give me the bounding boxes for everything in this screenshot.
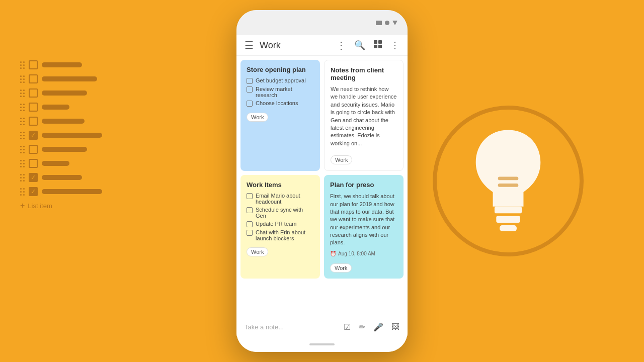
checkbox-icon (247, 101, 253, 107)
svg-rect-5 (374, 40, 377, 44)
drag-handle (20, 132, 25, 139)
note-tag[interactable]: Work (247, 247, 268, 256)
drag-handle (20, 104, 25, 111)
plus-icon: + (20, 201, 25, 210)
list-checkbox-checked[interactable] (29, 173, 38, 182)
checkbox-icon (247, 230, 253, 236)
checklist-text: Review market research (256, 86, 314, 98)
list-row (20, 60, 102, 69)
note-body: We need to rethink how we handle user ex… (331, 85, 397, 147)
checkbox-icon (247, 221, 253, 227)
menu-icon[interactable]: ☰ (245, 39, 254, 51)
list-checkbox-checked[interactable] (29, 131, 38, 140)
layout-icon[interactable] (373, 40, 382, 51)
drag-handle (20, 188, 25, 196)
overflow-menu-icon[interactable]: ⋮ (336, 39, 346, 51)
svg-rect-0 (498, 177, 519, 180)
drag-handle (20, 118, 25, 125)
list-checkbox[interactable] (29, 103, 38, 112)
bottom-icons: ☑ ✏ 🎤 🖼 (344, 322, 399, 332)
svg-rect-3 (496, 216, 520, 223)
note-tag[interactable]: Work (331, 155, 352, 164)
lightbulb-decoration (433, 106, 584, 256)
note-checklist-item: Review market research (247, 86, 314, 98)
drag-handle (20, 61, 25, 69)
note-checklist-item: Get budget approval (247, 77, 314, 84)
drag-handle (20, 89, 25, 97)
checklist-text: Schedule sync with Gen (256, 207, 314, 219)
checklist-text: Update PR team (256, 221, 296, 227)
note-checklist-item: Chat with Erin about launch blockers (247, 229, 314, 241)
search-icon[interactable]: 🔍 (354, 40, 365, 51)
checklist-text: Choose locations (256, 100, 298, 106)
note-work-items[interactable]: Work Items Email Mario about headcount S… (240, 175, 320, 279)
take-note-placeholder[interactable]: Take a note... (245, 323, 284, 331)
list-bar (42, 105, 69, 110)
list-row (20, 159, 102, 168)
pen-icon[interactable]: ✏ (359, 322, 365, 332)
note-checklist-item: Email Mario about headcount (247, 193, 314, 205)
signal-icon (385, 21, 389, 25)
list-bar (42, 147, 87, 152)
drag-handle (20, 174, 25, 182)
app-header: ☰ Work ⋮ 🔍 ⋮ (236, 35, 408, 56)
note-time: ⏰ Aug 10, 8:00 AM (330, 251, 397, 256)
battery-icon (376, 21, 382, 25)
note-checklist-item: Schedule sync with Gen (247, 207, 314, 219)
bottom-bar: Take a note... ☑ ✏ 🎤 🖼 (236, 317, 408, 337)
note-title: Notes from client meeting (331, 66, 397, 81)
header-right: 🔍 ⋮ (354, 40, 399, 51)
note-tag[interactable]: Work (330, 263, 352, 273)
phone-status-bar (236, 10, 408, 35)
drag-handle (20, 146, 25, 153)
list-checkbox[interactable] (29, 159, 38, 168)
note-plan-preso[interactable]: Plan for preso First, we should talk abo… (324, 175, 404, 279)
note-title: Store opening plan (247, 66, 314, 73)
mic-icon[interactable]: 🎤 (373, 322, 383, 332)
list-checkbox[interactable] (29, 74, 38, 83)
add-list-item-label: List item (28, 202, 52, 210)
note-store-opening[interactable]: Store opening plan Get budget approval R… (240, 60, 320, 171)
checkbox-icon (247, 193, 253, 199)
note-client-meeting[interactable]: Notes from client meeting We need to ret… (324, 60, 404, 171)
svg-rect-4 (500, 225, 517, 231)
checkbox-icon (247, 78, 253, 84)
note-checklist-item: Update PR team (247, 221, 314, 227)
list-bar (42, 90, 87, 96)
list-bar (42, 189, 102, 194)
list-row (20, 74, 102, 83)
more-options-icon[interactable]: ⋮ (390, 40, 399, 51)
svg-rect-6 (378, 40, 382, 44)
svg-rect-8 (378, 45, 382, 48)
list-row (20, 103, 102, 112)
image-icon[interactable]: 🖼 (391, 322, 399, 332)
phone: ☰ Work ⋮ 🔍 ⋮ Stor (236, 10, 408, 352)
list-checkbox[interactable] (29, 145, 38, 154)
notes-grid: Store opening plan Get budget approval R… (236, 56, 408, 317)
note-title: Plan for preso (330, 181, 397, 189)
checkbox-icon (247, 86, 253, 93)
app-title: Work (260, 40, 281, 51)
note-checklist-item: Choose locations (247, 100, 314, 107)
list-checkbox[interactable] (29, 60, 38, 69)
svg-rect-2 (495, 207, 522, 214)
note-body: First, we should talk about our plan for… (330, 193, 397, 247)
checkbox-input-icon[interactable]: ☑ (344, 322, 351, 332)
checklist-text: Email Mario about headcount (256, 193, 314, 205)
list-checkbox[interactable] (29, 88, 38, 98)
drag-handle (20, 160, 25, 167)
checklist-text: Get budget approval (256, 77, 306, 83)
phone-home-bar (236, 337, 408, 352)
svg-rect-1 (498, 184, 519, 187)
note-tag[interactable]: Work (247, 113, 268, 122)
list-bar (42, 161, 69, 166)
left-list-decoration: + List item (20, 60, 102, 210)
list-bar (42, 175, 82, 180)
add-list-item[interactable]: + List item (20, 201, 102, 210)
wifi-icon (392, 21, 397, 25)
list-checkbox-checked[interactable] (29, 187, 38, 196)
lightbulb-icon (463, 126, 553, 236)
list-checkbox[interactable] (29, 117, 38, 126)
list-row (20, 117, 102, 126)
clock-icon: ⏰ (330, 251, 336, 256)
